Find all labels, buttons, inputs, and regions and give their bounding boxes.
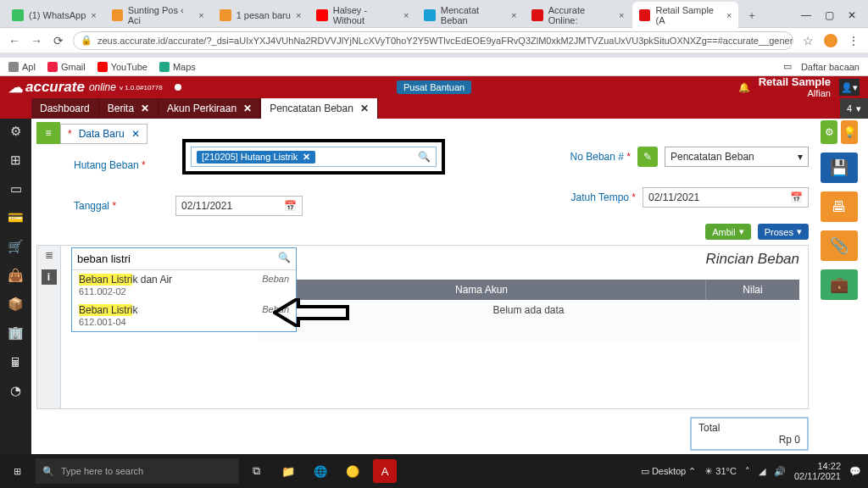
status-dot	[175, 84, 181, 91]
attach-button[interactable]: 📎	[821, 230, 858, 261]
calendar-icon[interactable]: 📅	[790, 191, 803, 203]
volume-icon[interactable]: 🔊	[774, 466, 786, 477]
favicon	[531, 9, 542, 21]
close-icon[interactable]: ×	[296, 10, 301, 20]
explorer-icon[interactable]: 📁	[276, 459, 300, 483]
star-icon[interactable]: ☆	[800, 34, 815, 47]
browser-tab[interactable]: (1) WhatsApp×	[5, 6, 103, 25]
close-window-icon[interactable]: ✕	[848, 9, 856, 21]
search-result-item[interactable]: Beban Listrik dan AirBeban 611.002-02	[72, 270, 296, 301]
task-view-icon[interactable]: ⧉	[244, 459, 268, 483]
browser-tab-active[interactable]: Retail Sample (A×	[632, 2, 738, 29]
tab-akun-perkiraan[interactable]: Akun Perkiraan✕	[159, 98, 261, 119]
jatuh-tempo-input[interactable]: 02/11/2021📅	[643, 187, 809, 208]
close-icon[interactable]: ✕	[141, 103, 149, 114]
browser-tab[interactable]: Accurate Online:×	[525, 2, 631, 29]
bookmark-item[interactable]: Gmail	[47, 62, 86, 72]
total-label: Total	[698, 422, 800, 434]
forward-icon[interactable]: →	[29, 34, 44, 47]
notifications-icon[interactable]: 💬	[849, 466, 861, 477]
reload-icon[interactable]: ⟳	[51, 34, 66, 47]
minimize-icon[interactable]: —	[801, 9, 811, 21]
selected-chip[interactable]: [210205] Hutang Listrik✕	[197, 151, 315, 164]
bag-icon[interactable]: 👜	[7, 266, 25, 285]
hutang-beban-label: Hutang Beban *	[74, 159, 146, 171]
idea-button[interactable]: 💡	[841, 120, 858, 144]
box-icon[interactable]: 📦	[7, 295, 25, 313]
bell-icon[interactable]: 🔔	[738, 82, 750, 93]
taskbar-search[interactable]: 🔍 Type here to search	[36, 458, 239, 484]
address-bar: ← → ⟳ 🔒 zeus.accurate.id/accurate/?_dsi=…	[0, 27, 868, 53]
close-icon[interactable]: ×	[726, 10, 732, 20]
url-input[interactable]: 🔒 zeus.accurate.id/accurate/?_dsi=aUIxYX…	[73, 31, 793, 50]
wallet-icon[interactable]: 💳	[7, 208, 25, 227]
ambil-button[interactable]: Ambil ▾	[705, 224, 751, 240]
tray-chevron-icon[interactable]: ˄	[745, 466, 750, 477]
network-icon[interactable]: ◢	[759, 466, 765, 477]
reading-list[interactable]: ▭ Daftar bacaan	[783, 61, 860, 72]
print-button[interactable]: 🖶	[821, 191, 858, 222]
close-icon[interactable]: ✕	[360, 103, 369, 114]
kebab-icon[interactable]: ⋮	[846, 34, 861, 47]
browser-tab[interactable]: Sunting Pos ‹ Aci×	[105, 2, 211, 29]
tab-counter[interactable]: 4 ▾	[840, 98, 868, 119]
lines-icon[interactable]: ≣	[45, 249, 53, 261]
tanggal-input[interactable]: 02/11/2021📅	[175, 196, 303, 216]
start-button[interactable]: ⊞	[0, 454, 34, 488]
favicon	[220, 9, 231, 21]
tab-berita[interactable]: Berita✕	[99, 98, 159, 119]
save-button[interactable]: 💾	[821, 152, 858, 183]
gear-icon[interactable]: ⚙	[7, 122, 25, 141]
pie-icon[interactable]: ◔	[7, 381, 25, 400]
close-icon[interactable]: ✕	[243, 103, 252, 114]
briefcase-button[interactable]: 💼	[821, 269, 858, 300]
info-icon[interactable]: i	[42, 269, 57, 285]
grid-icon[interactable]: ⊞	[7, 151, 25, 169]
search-icon[interactable]: 🔍	[278, 252, 291, 263]
browser-tab[interactable]: Mencatat Beban×	[417, 2, 523, 29]
calc-icon[interactable]: 🖩	[7, 352, 25, 371]
pdf-icon[interactable]: A	[373, 459, 397, 483]
tab-dashboard[interactable]: Dashboard	[31, 98, 99, 119]
bookmark-item[interactable]: YouTube	[97, 62, 147, 72]
chrome-icon[interactable]: 🟡	[341, 459, 364, 483]
user-menu[interactable]: 👤▾	[839, 79, 860, 96]
bookmark-item[interactable]: Maps	[159, 62, 196, 72]
tab-pencatatan-beban[interactable]: Pencatatan Beban✕	[261, 98, 378, 119]
settings-button[interactable]: ⚙	[821, 120, 837, 144]
list-view-button[interactable]: ≡	[36, 122, 60, 144]
close-icon[interactable]: ×	[511, 10, 516, 20]
show-desktop[interactable]: ▭ Desktop ⌃	[641, 466, 696, 477]
close-icon[interactable]: ×	[91, 10, 96, 20]
new-tab-button[interactable]: ＋	[740, 5, 764, 26]
calendar-icon[interactable]: 📅	[284, 200, 297, 212]
account-search-input[interactable]	[72, 248, 296, 270]
browser-tab[interactable]: 1 pesan baru×	[213, 6, 309, 25]
doc-tab[interactable]: *Data Baru✕	[60, 124, 147, 144]
proses-button[interactable]: Proses ▾	[758, 224, 809, 240]
close-icon[interactable]: ✕	[131, 128, 140, 140]
edge-icon[interactable]: 🌐	[309, 459, 332, 483]
help-center-button[interactable]: Pusat Bantuan	[397, 80, 471, 94]
close-icon[interactable]: ×	[619, 10, 624, 20]
app-logo[interactable]: ☁accurateonline	[8, 79, 116, 97]
weather-widget[interactable]: ☀ 31°C	[704, 466, 737, 477]
building-icon[interactable]: 🏢	[7, 324, 25, 342]
bookmark-item[interactable]: Apl	[8, 62, 36, 72]
cart-icon[interactable]: 🛒	[7, 237, 25, 256]
edit-number-button[interactable]: ✎	[637, 147, 658, 167]
search-result-item[interactable]: Beban ListrikBeban 612.001-04	[72, 301, 296, 331]
profile-avatar[interactable]	[824, 34, 837, 47]
no-beban-select[interactable]: Pencatatan Beban▾	[665, 147, 809, 167]
hutang-beban-input[interactable]: [210205] Hutang Listrik✕ 🔍	[191, 147, 437, 167]
back-icon[interactable]: ←	[7, 34, 22, 47]
close-icon[interactable]: ×	[198, 10, 203, 20]
search-icon[interactable]: 🔍	[418, 151, 431, 163]
clock[interactable]: 14:2202/11/2021	[794, 461, 841, 481]
action-buttons: ⚙ 💡 💾 🖶 📎 💼	[821, 120, 861, 300]
browser-tab[interactable]: Halsey - Without×	[309, 2, 415, 29]
maximize-icon[interactable]: ▢	[825, 9, 834, 21]
close-icon[interactable]: ×	[403, 10, 409, 20]
book-icon[interactable]: ▭	[7, 180, 25, 198]
app-version: v 1.0.0#10778	[120, 84, 163, 92]
